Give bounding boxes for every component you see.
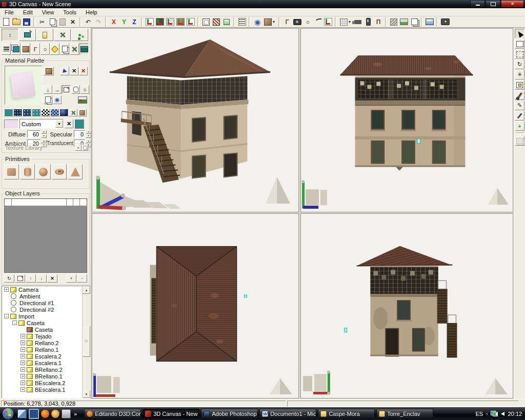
layers-button[interactable] xyxy=(409,17,419,27)
get-material-button[interactable]: ↓ xyxy=(44,85,52,94)
view-axis-button-1[interactable] xyxy=(145,17,155,27)
texture-library-expand-button[interactable]: ▼ xyxy=(75,145,82,151)
joint-tool-button[interactable]: Γ xyxy=(31,43,40,55)
tree-item-bescalera1[interactable]: +BEscalera.1 xyxy=(2,386,90,393)
corner-widget[interactable] xyxy=(488,188,509,205)
quick-launch-overflow[interactable]: » xyxy=(74,411,77,417)
menu-view[interactable]: View xyxy=(37,9,59,15)
calculator-icon[interactable] xyxy=(62,409,71,418)
minimize-button[interactable] xyxy=(470,0,485,8)
object-mode-button[interactable]: ▼ xyxy=(262,17,277,27)
redo-button[interactable]: ↷ xyxy=(93,17,104,27)
tree-scrollbar[interactable]: ▲ ▼ xyxy=(82,286,90,398)
snapshot-button[interactable] xyxy=(440,17,450,27)
expander[interactable]: + xyxy=(4,287,9,292)
paste-button[interactable] xyxy=(57,17,68,27)
refresh-layers-button[interactable]: ↻ xyxy=(4,274,14,283)
remove-layer-button[interactable]: - xyxy=(77,274,87,283)
texture-library-bar[interactable]: Texture Library ▼ xyxy=(3,144,88,151)
scene-monitor-button[interactable] xyxy=(425,17,435,27)
scroll-thumb[interactable] xyxy=(83,326,90,357)
diffuse-value[interactable]: 60 xyxy=(27,130,41,138)
axis-widget-button[interactable] xyxy=(323,17,333,27)
assign-layer-button[interactable] xyxy=(15,274,25,283)
menu-file[interactable]: File xyxy=(0,9,18,15)
group-objects-button[interactable] xyxy=(515,136,524,146)
specular-value[interactable]: 0 xyxy=(74,130,85,138)
material-preview[interactable] xyxy=(5,66,43,105)
teal-color-swatch[interactable] xyxy=(74,119,84,129)
tree-item-escalera2[interactable]: +Escalera.2 xyxy=(2,353,90,359)
swatch-dotted-navy[interactable] xyxy=(13,109,22,116)
clear-material-button[interactable]: ✕ xyxy=(70,67,78,75)
remove-preset-button[interactable]: ✕ xyxy=(65,119,73,128)
view-axis-button-3[interactable] xyxy=(165,17,175,27)
primitive-sphere-button[interactable] xyxy=(36,164,51,179)
light-tool-button[interactable]: ○ xyxy=(41,43,50,55)
expander[interactable]: + xyxy=(21,354,25,358)
language-indicator[interactable]: ES xyxy=(475,411,483,417)
expander[interactable]: + xyxy=(21,367,25,372)
maximize-button[interactable] xyxy=(486,0,500,8)
rectangle-tool-button[interactable] xyxy=(515,39,524,49)
tree-item-bescalera2[interactable]: +BEscalera.2 xyxy=(2,379,90,386)
primitive-cube-button[interactable] xyxy=(4,164,19,179)
tag-tool-button[interactable] xyxy=(50,43,59,55)
render-button[interactable]: ◉ xyxy=(252,17,262,27)
eyedropper-tool-button[interactable] xyxy=(515,111,524,121)
pattern-button[interactable] xyxy=(389,17,399,27)
monitor-icon[interactable] xyxy=(29,409,39,419)
magic-wand-button[interactable]: ✳ xyxy=(515,70,524,79)
expander[interactable]: + xyxy=(21,334,25,338)
speaker-icon[interactable] xyxy=(501,412,504,416)
tree-item-directional-1[interactable]: Directional #1 xyxy=(2,299,90,306)
expander[interactable]: + xyxy=(21,361,25,365)
plugins-tab[interactable] xyxy=(71,29,88,41)
scroll-up-button[interactable]: ▲ xyxy=(83,286,90,294)
rotate-tool-button[interactable]: ↻ xyxy=(515,59,524,69)
swatch-dotted-blue[interactable] xyxy=(23,109,31,116)
move-tool-button[interactable]: + xyxy=(515,121,524,131)
tree-item-caseta-group[interactable]: -Caseta xyxy=(2,319,90,326)
primitive-torus-button[interactable] xyxy=(52,164,67,179)
expander[interactable]: + xyxy=(21,374,25,378)
expander[interactable]: + xyxy=(21,387,25,392)
current-color-swatch[interactable] xyxy=(4,119,18,129)
swatch-dotted-teal[interactable] xyxy=(32,109,41,116)
task-3d-canvas[interactable]: 3D Canvas - New S... xyxy=(143,409,199,418)
delete-button[interactable]: ✕ xyxy=(68,17,78,27)
tree-item-rellano1[interactable]: +Rellano.1 xyxy=(2,346,90,353)
new-button[interactable] xyxy=(1,17,11,27)
perspective-view-canvas[interactable] xyxy=(92,29,298,212)
corner-widget[interactable] xyxy=(485,378,508,394)
show-desktop-icon[interactable] xyxy=(17,409,27,418)
specular-stepper[interactable]: ▲▼ xyxy=(86,130,91,138)
tree-item-caseta[interactable]: Caseta xyxy=(2,326,90,333)
move-layer-up-button[interactable]: ↑ xyxy=(26,274,36,283)
task-editando-d3d[interactable]: Editando D3D:Con... xyxy=(84,409,141,418)
scene-tree[interactable]: +Camera Ambient Directional #1 Direction… xyxy=(2,286,91,398)
title-bar[interactable]: 3D Canvas - New Scene ✕ xyxy=(0,0,525,8)
tree-item-escalera1[interactable]: +Escalera.1 xyxy=(2,359,90,366)
task-torre-enclav[interactable]: Torre_Enclav xyxy=(376,409,433,418)
view-axis-button-2[interactable] xyxy=(155,17,165,27)
copy-button[interactable] xyxy=(47,17,57,27)
viewport-perspective[interactable] xyxy=(92,28,299,212)
swatch-checker-blue[interactable] xyxy=(50,109,59,116)
menu-edit[interactable]: Edit xyxy=(18,9,37,15)
build-tab[interactable] xyxy=(54,29,71,41)
textured-button[interactable] xyxy=(211,17,221,27)
menu-help[interactable]: Help xyxy=(81,9,102,15)
vehicle-button[interactable] xyxy=(353,17,363,27)
tree-item-rellano2[interactable]: +Rellano.2 xyxy=(2,339,90,346)
texture-library-popout-button[interactable] xyxy=(82,145,88,151)
tree-item-brellano1[interactable]: +BRellano.1 xyxy=(2,373,90,379)
expander[interactable]: + xyxy=(21,341,25,345)
viewport-top[interactable] xyxy=(92,213,299,398)
save-button[interactable] xyxy=(22,17,32,27)
copy-material-button[interactable] xyxy=(44,95,52,104)
material-mode-button[interactable] xyxy=(44,67,54,75)
start-button[interactable] xyxy=(0,407,15,420)
build-tool-button[interactable] xyxy=(70,43,79,55)
tray-expand-chevron[interactable]: ‹ xyxy=(486,411,488,416)
